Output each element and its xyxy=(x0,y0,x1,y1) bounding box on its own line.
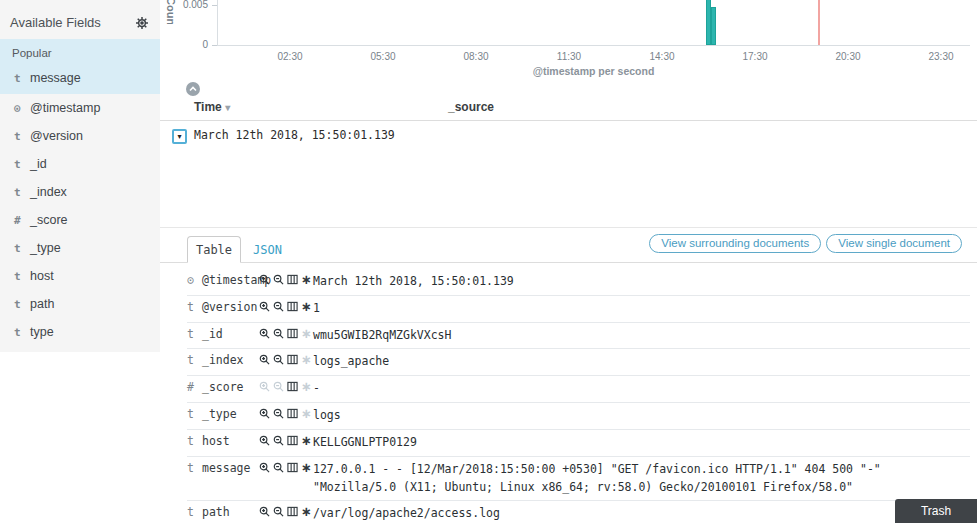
field-filter-actions: ∗ xyxy=(259,505,313,517)
detail-table-row: t _type ∗ logs xyxy=(187,403,970,430)
filter-out-value-icon[interactable] xyxy=(273,435,284,446)
filter-for-field-present-icon[interactable]: ∗ xyxy=(301,301,312,312)
view-surrounding-documents-button[interactable]: View surrounding documents xyxy=(649,234,821,253)
collapse-chart-button[interactable] xyxy=(186,82,200,96)
detail-field-value: - xyxy=(313,380,970,398)
field-name-label: type xyxy=(30,325,54,339)
collapse-document-toggle[interactable]: ▾ xyxy=(172,129,187,144)
tab-table[interactable]: Table xyxy=(187,236,241,263)
view-single-document-button[interactable]: View single document xyxy=(826,234,962,253)
toggle-column-in-table-icon[interactable] xyxy=(287,274,298,285)
field-type-icon: t xyxy=(14,298,30,311)
field-name-label: @timestamp xyxy=(30,101,100,115)
filter-for-value-icon[interactable] xyxy=(259,301,270,312)
filter-for-value-icon[interactable] xyxy=(259,506,270,517)
filter-out-value-icon[interactable] xyxy=(273,408,284,419)
sidebar-field-item[interactable]: t _id xyxy=(0,150,160,178)
filter-out-value-icon[interactable] xyxy=(273,328,284,339)
sidebar-field-item[interactable]: t host xyxy=(0,262,160,290)
toggle-column-in-table-icon[interactable] xyxy=(287,462,298,473)
field-name-label: _index xyxy=(30,185,67,199)
filter-out-value-icon[interactable] xyxy=(273,354,284,365)
detail-field-value: wmu5GWIB2RqMZGkVXcsH xyxy=(313,327,970,345)
filter-for-value-icon[interactable] xyxy=(259,408,270,419)
sidebar-field-item[interactable]: t type xyxy=(0,318,160,346)
field-type-icon: ⊙ xyxy=(187,273,202,287)
field-name-label: _score xyxy=(30,213,68,227)
sidebar-field-item[interactable]: t path xyxy=(0,290,160,318)
filter-for-value-icon[interactable] xyxy=(259,274,270,285)
histogram-bar xyxy=(711,7,716,45)
sidebar-field-item[interactable]: t message xyxy=(0,65,160,94)
y-tick: 0.005 xyxy=(176,0,208,10)
caret-down-icon: ▾ xyxy=(177,132,181,141)
available-fields-sidebar: Available Fields Popular t message ⊙ @ti… xyxy=(0,0,160,352)
filter-for-value-icon[interactable] xyxy=(259,462,270,473)
detail-table-row: t @version ∗ 1 xyxy=(187,296,970,323)
chevron-up-icon xyxy=(189,86,197,92)
detail-field-value: logs_apache xyxy=(313,353,970,371)
sidebar-field-item[interactable]: # _score xyxy=(0,206,160,234)
filter-for-value-icon[interactable] xyxy=(259,435,270,446)
detail-table-row: t _id ∗ wmu5GWIB2RqMZGkVXcsH xyxy=(187,323,970,350)
filter-out-value-icon[interactable] xyxy=(273,506,284,517)
toggle-column-in-table-icon[interactable] xyxy=(287,506,298,517)
detail-field-name: @version xyxy=(202,300,259,314)
detail-table-row: t _index ∗ logs_apache xyxy=(187,349,970,376)
filter-for-field-present-icon[interactable]: ∗ xyxy=(301,462,312,473)
x-tick-label: 02:30 xyxy=(277,51,302,62)
filter-out-value-icon[interactable] xyxy=(273,274,284,285)
x-tick-label: 05:30 xyxy=(370,51,395,62)
timestamp-histogram: Count 0.005 0 02:30 05:30 08:30 11:30 14… xyxy=(160,0,977,80)
field-type-icon: t xyxy=(14,186,30,199)
filter-for-value-icon[interactable] xyxy=(259,328,270,339)
field-name-label: message xyxy=(30,71,81,85)
sidebar-field-item[interactable]: t _index xyxy=(0,178,160,206)
sidebar-field-item[interactable]: ⊙ @timestamp xyxy=(0,94,160,122)
toggle-column-in-table-icon[interactable] xyxy=(287,301,298,312)
popular-section-label: Popular xyxy=(0,47,160,65)
detail-field-value: March 12th 2018, 15:50:01.139 xyxy=(313,273,970,291)
field-name-label: @version xyxy=(30,129,83,143)
filter-for-field-present-icon[interactable]: ∗ xyxy=(301,328,312,339)
filter-for-field-present-icon[interactable]: ∗ xyxy=(301,435,312,446)
filter-for-value-icon[interactable] xyxy=(259,381,270,392)
gear-icon[interactable] xyxy=(136,17,148,29)
document-actions: View surrounding documents View single d… xyxy=(649,234,962,253)
filter-for-field-present-icon[interactable]: ∗ xyxy=(301,506,312,517)
filter-out-value-icon[interactable] xyxy=(273,381,284,392)
field-filter-actions: ∗ xyxy=(259,407,313,419)
detail-field-value: /var/log/apache2/access.log xyxy=(313,505,970,523)
filter-for-field-present-icon[interactable]: ∗ xyxy=(301,408,312,419)
field-type-icon: t xyxy=(14,242,30,255)
x-axis-line xyxy=(217,45,970,46)
filter-out-value-icon[interactable] xyxy=(273,301,284,312)
x-tick-label: 20:30 xyxy=(835,51,860,62)
field-name-label: _type xyxy=(30,241,61,255)
filter-out-value-icon[interactable] xyxy=(273,462,284,473)
filter-for-field-present-icon[interactable]: ∗ xyxy=(301,381,312,392)
filter-for-field-present-icon[interactable]: ∗ xyxy=(301,274,312,285)
detail-field-name: _id xyxy=(202,327,259,341)
toggle-column-in-table-icon[interactable] xyxy=(287,328,298,339)
time-header-label: Time xyxy=(194,100,222,114)
y-tick: 0 xyxy=(176,39,208,50)
field-filter-actions: ∗ xyxy=(259,353,313,365)
field-filter-actions: ∗ xyxy=(259,434,313,446)
field-filter-actions: ∗ xyxy=(259,380,313,392)
field-filter-actions: ∗ xyxy=(259,327,313,339)
detail-field-name: _index xyxy=(202,353,259,367)
filter-for-value-icon[interactable] xyxy=(259,354,270,365)
sidebar-field-item[interactable]: t @version xyxy=(0,122,160,150)
trash-drop-target[interactable]: Trash xyxy=(895,499,977,523)
sidebar-field-item[interactable]: t _type xyxy=(0,234,160,262)
time-column-header[interactable]: Time ▾ xyxy=(194,100,230,114)
toggle-column-in-table-icon[interactable] xyxy=(287,381,298,392)
toggle-column-in-table-icon[interactable] xyxy=(287,435,298,446)
filter-for-field-present-icon[interactable]: ∗ xyxy=(301,354,312,365)
detail-tab-bar: Table JSON View surrounding documents Vi… xyxy=(160,236,977,263)
toggle-column-in-table-icon[interactable] xyxy=(287,354,298,365)
x-tick-label: 11:30 xyxy=(557,51,581,62)
tab-json[interactable]: JSON xyxy=(253,243,282,257)
toggle-column-in-table-icon[interactable] xyxy=(287,408,298,419)
